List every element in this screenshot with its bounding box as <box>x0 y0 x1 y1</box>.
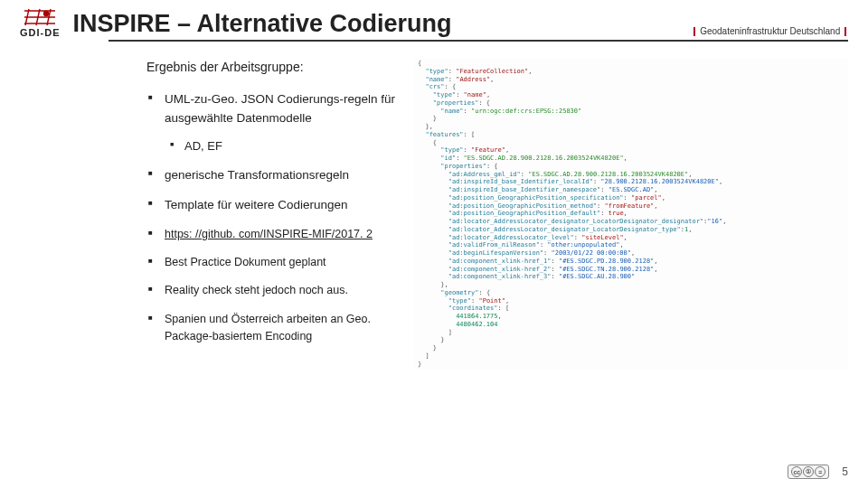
intro-text: Ergebnis der Arbeitsgruppe: <box>146 58 409 78</box>
accent-bar-icon <box>844 27 846 36</box>
list-item-text: UML-zu-Geo. JSON Codierungs-regeln für a… <box>165 92 395 125</box>
svg-point-6 <box>43 11 49 16</box>
cc-part: cc <box>791 466 802 477</box>
page-number: 5 <box>842 465 848 478</box>
subtitle-text: Geodateninfrastruktur Deutschland <box>700 26 840 36</box>
left-column: Ergebnis der Arbeitsgruppe: UML-zu-Geo. … <box>20 58 409 370</box>
github-link[interactable]: https: //github. com/INSPIRE-MIF/2017. 2 <box>165 228 373 240</box>
list-item: UML-zu-Geo. JSON Codierungs-regeln für a… <box>165 90 409 155</box>
slide-title: INSPIRE – Alternative Codierung <box>73 10 693 42</box>
bullet-list-small: https: //github. com/INSPIRE-MIF/2017. 2… <box>165 226 409 346</box>
slide-content: Ergebnis der Arbeitsgruppe: UML-zu-Geo. … <box>0 42 868 370</box>
sub-bullet-list: AD, EF <box>184 137 409 155</box>
list-item: https: //github. com/INSPIRE-MIF/2017. 2 <box>165 226 409 243</box>
list-item: generische Transformationsregeln <box>165 166 409 185</box>
accent-bar-icon <box>693 27 695 36</box>
logo: GDI-DE <box>20 7 61 42</box>
slide-header: GDI-DE INSPIRE – Alternative Codierung G… <box>0 0 868 42</box>
cc-part: ① <box>803 466 814 477</box>
list-item: Best Practice Dokument geplant <box>165 254 409 271</box>
slide-footer: cc ① = 5 <box>788 465 848 479</box>
list-item: Spanien und Österreich arbeiten an Geo. … <box>165 311 409 346</box>
list-item: Template für weitere Codierungen <box>165 196 409 215</box>
sub-list-item: AD, EF <box>184 137 409 155</box>
header-rule <box>108 40 848 42</box>
logo-text: GDI-DE <box>20 27 61 38</box>
code-sample: { "type": "FeatureCollection", "name": "… <box>414 58 848 370</box>
list-item: Reality check steht jedoch noch aus. <box>165 282 409 299</box>
logo-mark-icon <box>21 7 59 27</box>
cc-part: = <box>815 466 826 477</box>
bullet-list: UML-zu-Geo. JSON Codierungs-regeln für a… <box>165 90 409 215</box>
cc-badge-icon: cc ① = <box>788 465 829 479</box>
